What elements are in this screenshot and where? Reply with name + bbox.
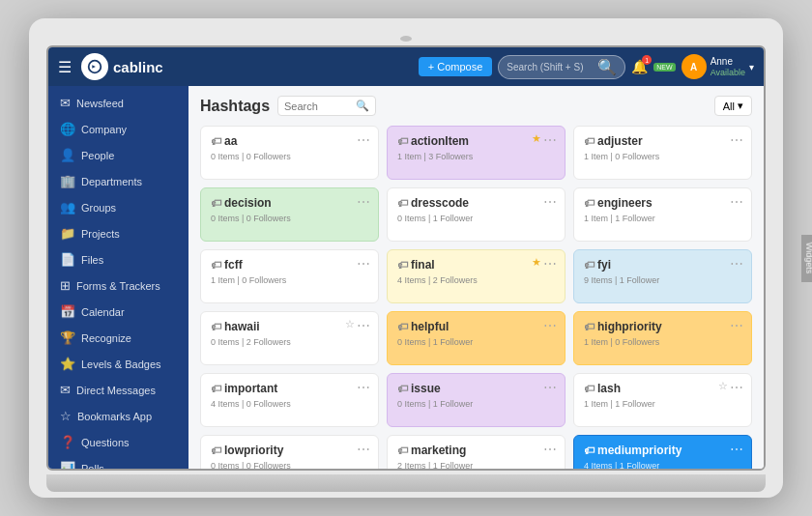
top-bar-actions: + Compose 🔍 🔔 1 NEW A Anne Avai [419,54,754,79]
hashtag-card-aa[interactable]: ⋯ 🏷 aa 0 Items | 0 Followers [200,126,379,180]
hashtag-card-important[interactable]: ⋯ 🏷 important 4 Items | 0 Followers [200,373,379,427]
badges-icon: ⭐ [60,357,75,371]
card-menu-issue[interactable]: ⋯ [543,380,557,395]
hashtag-grid: ⋯ 🏷 aa 0 Items | 0 Followers ★ ⋯ 🏷 [200,126,752,469]
sidebar-label-questions: Questions [81,437,130,448]
hashtag-card-fyi[interactable]: ⋯ 🏷 fyi 9 Items | 1 Follower [573,249,752,303]
hashtag-card-adjuster[interactable]: ⋯ 🏷 adjuster 1 Item | 0 Followers [573,126,752,180]
card-menu-adjuster[interactable]: ⋯ [730,132,743,148]
calendar-icon: 📅 [60,304,75,319]
top-bar: ☰ cablinc + Compose 🔍 [48,47,764,86]
hashtag-meta-helpful: 0 Items | 1 Follower [397,337,555,347]
sidebar-item-company[interactable]: 🌐 Company [48,116,188,142]
sidebar-label-groups: Groups [81,202,116,214]
dm-icon: ✉ [60,383,71,397]
sidebar-item-bookmarks[interactable]: ☆ Bookmarks App [48,403,188,429]
hashtag-card-actionitem[interactable]: ★ ⋯ 🏷 actionItem 1 Item | 3 Followers [387,126,566,180]
card-menu-important[interactable]: ⋯ [357,380,370,395]
star-icon-actionitem[interactable]: ★ [532,132,541,145]
card-menu-helpful[interactable]: ⋯ [543,318,557,333]
sidebar-item-recognize[interactable]: 🏆 Recognize [48,325,188,351]
hashtag-card-lash[interactable]: ☆ ⋯ 🏷 lash 1 Item | 1 Follower [573,373,752,427]
logo-area: cablinc [81,53,163,80]
sidebar-label-files: Files [81,254,103,266]
hashtag-name-marketing: 🏷 marketing [397,444,555,457]
filter-button[interactable]: All ▾ [714,96,752,116]
logo-text: cablinc [113,59,163,75]
user-name: Anne [710,56,745,68]
hashtag-card-lowpriority[interactable]: ⋯ 🏷 lowpriority 0 Items | 0 Followers [200,435,379,469]
departments-icon: 🏢 [60,174,75,188]
hashtag-card-decision[interactable]: ⋯ 🏷 decision 0 Items | 0 Followers [200,187,379,242]
sidebar-item-levels-badges[interactable]: ⭐ Levels & Badges [48,351,188,377]
bookmarks-icon: ☆ [60,409,72,423]
hashtag-card-marketing[interactable]: ⋯ 🏷 marketing 2 Items | 1 Follower [387,435,566,469]
card-menu-lowpriority[interactable]: ⋯ [357,442,370,457]
hashtag-meta-adjuster: 1 Item | 0 Followers [584,152,741,161]
card-menu-highpriority[interactable]: ⋯ [730,318,743,333]
sidebar-label-departments: Departments [81,176,142,187]
hashtag-meta-lash: 1 Item | 1 Follower [584,399,741,409]
hashtag-card-dresscode[interactable]: ⋯ 🏷 dresscode 0 Items | 1 Follower [387,187,566,242]
sidebar-item-newsfeed[interactable]: ✉ Newsfeed [48,90,188,116]
hashtag-search-icon: 🔍 [356,100,369,112]
star-icon-lash[interactable]: ☆ [718,380,728,392]
hashtag-search-input[interactable] [284,100,352,112]
card-menu-decision[interactable]: ⋯ [357,194,370,210]
sidebar-item-calendar[interactable]: 📅 Calendar [48,299,188,325]
people-icon: 👤 [60,148,75,162]
card-menu-lash[interactable]: ⋯ [730,380,743,395]
sidebar-item-projects[interactable]: 📁 Projects [48,220,188,246]
hashtag-card-issue[interactable]: ⋯ 🏷 issue 0 Items | 1 Follower [387,373,566,427]
sidebar-item-questions[interactable]: ❓ Questions [48,429,188,455]
hashtag-card-highpriority[interactable]: ⋯ 🏷 highpriority 1 Item | 0 Followers [573,311,752,365]
card-menu-marketing[interactable]: ⋯ [543,442,557,457]
sidebar-item-people[interactable]: 👤 People [48,142,188,168]
sidebar-item-forms-trackers[interactable]: ⊞ Forms & Trackers [48,272,188,299]
top-search-input[interactable] [507,62,594,72]
questions-icon: ❓ [60,435,75,449]
sidebar-item-departments[interactable]: 🏢 Departments [48,168,188,194]
card-menu-dresscode[interactable]: ⋯ [543,194,557,210]
user-area[interactable]: A Anne Available ▾ [682,54,754,79]
star-icon-final[interactable]: ★ [532,256,541,269]
compose-button[interactable]: + Compose [419,57,493,76]
sidebar-item-files[interactable]: 📄 Files [48,246,188,272]
chevron-down-icon: ▾ [749,62,754,72]
card-menu-aa[interactable]: ⋯ [357,132,370,148]
hashtag-card-final[interactable]: ★ ⋯ 🏷 final 4 Items | 2 Followers [387,249,566,303]
hashtag-card-mediumpriority[interactable]: ⋯ 🏷 mediumpriority 4 Items | 1 Follower [573,435,752,469]
sidebar-label-polls: Polls [81,463,104,470]
sidebar-item-groups[interactable]: 👥 Groups [48,194,188,220]
top-search-bar[interactable]: 🔍 [498,55,625,79]
sidebar-label-people: People [81,150,114,161]
hashtag-card-engineers[interactable]: ⋯ 🏷 engineers 1 Item | 1 Follower [573,187,752,242]
card-menu-final[interactable]: ⋯ [543,256,557,272]
card-menu-fcff[interactable]: ⋯ [357,256,370,272]
sidebar-item-polls[interactable]: 📊 Polls [48,455,188,469]
card-menu-fyi[interactable]: ⋯ [730,256,743,272]
hashtag-meta-important: 4 Items | 0 Followers [211,399,368,409]
logo-icon [81,53,108,80]
sidebar-item-direct-messages[interactable]: ✉ Direct Messages [48,377,188,403]
notifications-icon[interactable]: 🔔 1 [631,59,648,74]
user-status: Available [710,68,745,78]
hashtag-search-area[interactable]: 🔍 [277,96,376,116]
hashtag-name-fcff: 🏷 fcff [211,258,368,272]
card-menu-mediumpriority[interactable]: ⋯ [730,442,743,457]
hashtag-meta-lowpriority: 0 Items | 0 Followers [211,461,368,469]
hashtag-card-hawaii[interactable]: ☆ ⋯ 🏷 hawaii 0 Items | 2 Followers [200,311,379,365]
star-icon-hawaii[interactable]: ☆ [345,318,355,330]
hashtag-meta-engineers: 1 Item | 1 Follower [584,214,741,223]
new-badge: NEW [653,63,675,72]
notification-badge: 1 [642,55,652,65]
avatar: A [682,54,707,79]
card-menu-actionitem[interactable]: ⋯ [543,132,557,148]
hamburger-icon[interactable]: ☰ [58,58,72,76]
hashtag-card-fcff[interactable]: ⋯ 🏷 fcff 1 Item | 0 Followers [200,249,379,303]
card-menu-hawaii[interactable]: ⋯ [357,318,370,333]
hashtag-card-helpful[interactable]: ⋯ 🏷 helpful 0 Items | 1 Follower [387,311,566,365]
tag-icon: 🏷 [211,135,221,147]
hashtag-name-dresscode: 🏷 dresscode [397,196,555,210]
card-menu-engineers[interactable]: ⋯ [730,194,743,210]
